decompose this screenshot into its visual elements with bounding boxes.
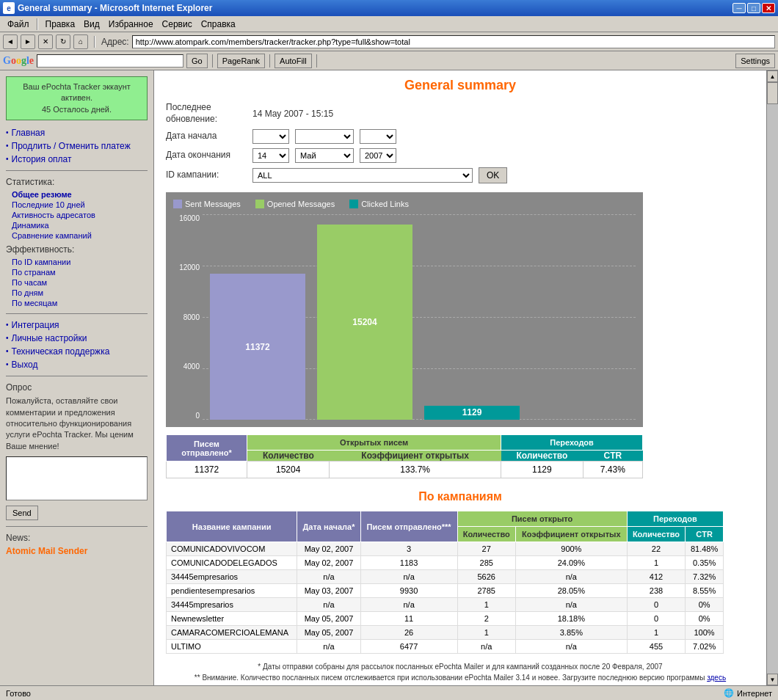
campaign-th-opened-rate: Коэффициент открытых	[515, 527, 627, 542]
campaign-transfers-count: 1	[627, 626, 685, 640]
scroll-up-button[interactable]: ▲	[767, 70, 778, 82]
home-link[interactable]: Главная	[12, 128, 46, 138]
campaign-sent: 6477	[360, 640, 457, 654]
eff-campaign-link[interactable]: По ID кампании	[12, 258, 148, 266]
addressbar: ◄ ► ✕ ↻ ⌂ Адрес:	[0, 32, 778, 51]
menu-tools[interactable]: Сервис	[158, 18, 197, 31]
eff-hours-link[interactable]: По часам	[12, 278, 148, 287]
start-month-select[interactable]	[295, 129, 354, 144]
menu-help[interactable]: Справка	[197, 18, 240, 31]
end-year-select[interactable]: 2007	[360, 148, 396, 163]
content-area: General summary Последнее обновление: 14…	[154, 70, 766, 685]
eff-months-link[interactable]: По месяцам	[12, 299, 148, 307]
campaign-opened-count: 2785	[457, 584, 515, 598]
home-button[interactable]: ⌂	[73, 34, 88, 49]
menubar: Файл Правка Вид Избранное Сервис Справка	[0, 16, 778, 32]
campaign-row: COMUNICADODELEGADOS May 02, 2007 1183 28…	[167, 556, 724, 570]
stats-dynamics-link[interactable]: Динамика	[12, 221, 148, 230]
nav-pay[interactable]: • Продлить / Отменить платеж	[6, 141, 148, 151]
eff-days-link[interactable]: По дням	[12, 288, 148, 297]
history-link[interactable]: История оплат	[12, 154, 72, 164]
minimize-button[interactable]: ─	[732, 3, 746, 13]
nav-home[interactable]: • Главная	[6, 128, 148, 138]
google-logo: Google	[3, 55, 34, 67]
bullet-history: •	[6, 155, 9, 163]
filter-row-start: Дата начала	[166, 129, 755, 144]
menu-view[interactable]: Вид	[79, 18, 104, 31]
nav-integration[interactable]: • Интеграция	[6, 320, 148, 330]
atomic-mail-link[interactable]: Atomic Mail Sender	[6, 546, 87, 556]
start-year-select[interactable]	[360, 129, 396, 144]
campaign-th-opened-count: Количество	[457, 527, 515, 542]
efficiency-section-title: Эффективность:	[6, 244, 148, 255]
menu-edit[interactable]: Правка	[41, 18, 80, 31]
stats-sent-value: 11372	[167, 462, 247, 478]
bullet-integration: •	[6, 321, 9, 329]
campaign-opened-rate: n/a	[515, 598, 627, 612]
bars-area: 11372 15204 1129	[203, 214, 636, 420]
window-controls[interactable]: ─ □ ✕	[732, 3, 775, 13]
campaign-name: ULTIMO	[167, 640, 297, 654]
pay-link[interactable]: Продлить / Отменить платеж	[12, 141, 131, 151]
integration-link[interactable]: Интеграция	[12, 320, 59, 330]
bullet-personal: •	[6, 334, 9, 342]
pagerank-button[interactable]: PageRank	[217, 54, 265, 68]
stats-last10-link[interactable]: Последние 10 дней	[12, 200, 148, 209]
scroll-thumb[interactable]	[767, 82, 778, 104]
campaign-date: n/a	[297, 598, 360, 612]
stats-activity-link[interactable]: Активность адресатов	[12, 211, 148, 219]
logout-link[interactable]: Выход	[12, 360, 38, 370]
end-date-label: Дата окончания	[166, 150, 247, 161]
back-button[interactable]: ◄	[3, 34, 18, 49]
campaign-date: May 02, 2007	[297, 556, 360, 570]
poll-textarea[interactable]	[6, 456, 148, 500]
restore-button[interactable]: □	[747, 3, 760, 13]
campaign-ctr: 100%	[686, 626, 724, 640]
nav-personal[interactable]: • Личные настройки	[6, 333, 148, 343]
nav-logout[interactable]: • Выход	[6, 360, 148, 370]
support-link[interactable]: Техническая поддержка	[12, 346, 110, 357]
menu-file[interactable]: Файл	[3, 18, 34, 31]
campaign-opened-rate: 28.05%	[515, 584, 627, 598]
settings-button[interactable]: Settings	[735, 54, 775, 68]
campaign-id-select[interactable]: ALL	[252, 168, 473, 183]
footnote-link[interactable]: здесь	[707, 674, 726, 682]
filter-row-campaign: ID кампании: ALL OK	[166, 167, 755, 183]
end-month-select[interactable]: Май	[295, 148, 354, 163]
campaign-opened-rate: 18.18%	[515, 612, 627, 626]
personal-link[interactable]: Личные настройки	[12, 333, 87, 343]
close-button[interactable]: ✕	[762, 3, 775, 13]
toolbar-sep-3	[316, 54, 317, 68]
filter-section: Последнее обновление: 14 May 2007 - 15:1…	[166, 102, 755, 183]
address-input[interactable]	[132, 35, 775, 48]
campaign-th-transfers-count: Количество	[627, 527, 685, 542]
stop-button[interactable]: ✕	[38, 34, 53, 49]
poll-title: Опрос	[6, 382, 148, 393]
divider-1	[6, 170, 148, 171]
forward-button[interactable]: ►	[21, 34, 35, 49]
y-label-4000: 4000	[173, 362, 203, 371]
end-day-select[interactable]: 14	[252, 148, 289, 163]
stats-overall-link[interactable]: Общее резюме	[12, 190, 148, 199]
stats-compare-link[interactable]: Сравнение кампаний	[12, 231, 148, 240]
nav-history[interactable]: • История оплат	[6, 154, 148, 164]
scroll-track[interactable]	[767, 82, 778, 674]
autofill-button[interactable]: AutoFill	[275, 54, 312, 68]
eff-country-link[interactable]: По странам	[12, 268, 148, 277]
nav-support[interactable]: • Техническая поддержка	[6, 346, 148, 357]
poll-send-button[interactable]: Send	[6, 506, 38, 520]
campaign-sent: n/a	[360, 598, 457, 612]
menu-favorites[interactable]: Избранное	[104, 18, 158, 31]
zone-label: Интернет	[737, 689, 772, 698]
campaign-name: 34445mpresarios	[167, 598, 297, 612]
campaign-th-name: Название кампании	[167, 511, 297, 542]
refresh-button[interactable]: ↻	[56, 34, 70, 49]
poll-text: Пожалуйста, оставляйте свои комментарии …	[6, 395, 148, 452]
ok-button[interactable]: OK	[479, 167, 507, 183]
y-label-8000: 8000	[173, 313, 203, 321]
scroll-down-button[interactable]: ▼	[767, 674, 778, 685]
google-search-input[interactable]	[37, 54, 183, 68]
start-day-select[interactable]	[252, 129, 289, 144]
google-go-button[interactable]: Go	[186, 54, 208, 68]
campaign-date: n/a	[297, 640, 360, 654]
